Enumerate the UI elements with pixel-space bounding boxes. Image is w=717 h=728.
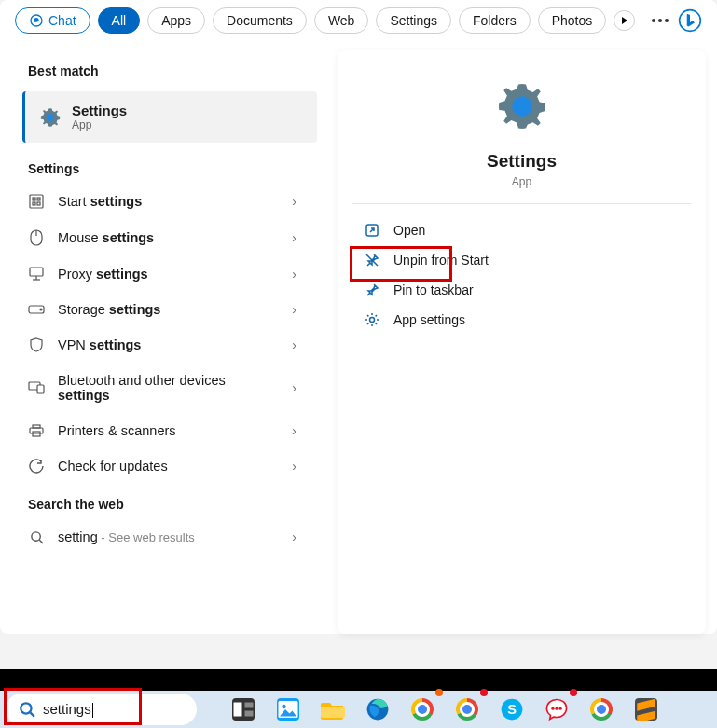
result-proxy-settings[interactable]: Proxy settings ›: [0, 256, 324, 292]
result-label: Mouse settings: [58, 230, 279, 245]
svg-point-1: [652, 19, 655, 22]
chevron-right-icon: ›: [292, 380, 296, 395]
svg-text:S: S: [507, 702, 517, 717]
filter-chat[interactable]: Chat: [15, 7, 90, 34]
more-options-button[interactable]: [650, 8, 670, 33]
filter-folders[interactable]: Folders: [459, 7, 531, 34]
bing-icon: [678, 8, 702, 33]
result-storage-settings[interactable]: Storage settings ›: [0, 292, 324, 327]
svg-point-29: [21, 703, 31, 713]
bing-button[interactable]: [678, 8, 702, 33]
preview-subtitle: App: [352, 175, 691, 188]
search-icon: [19, 701, 35, 718]
best-match-settings[interactable]: Settings App: [22, 91, 317, 143]
svg-point-42: [558, 707, 561, 710]
filter-bar: Chat All Apps Documents Web Settings Fol…: [0, 0, 717, 41]
svg-rect-36: [321, 707, 345, 718]
svg-rect-31: [234, 703, 242, 717]
svg-point-17: [40, 309, 42, 310]
action-open[interactable]: Open: [352, 215, 691, 245]
gear-icon: [364, 312, 380, 327]
taskbar-app-chrome-2[interactable]: [448, 691, 486, 728]
filter-photos-label: Photos: [552, 13, 593, 28]
action-pin-taskbar[interactable]: Pin to taskbar: [352, 275, 691, 305]
chevron-right-icon: ›: [292, 194, 296, 209]
result-bluetooth-settings[interactable]: Bluetooth and other devices settings ›: [0, 363, 324, 413]
best-match-header: Best match: [0, 50, 324, 86]
filter-more-chevron[interactable]: [614, 10, 635, 31]
result-start-settings[interactable]: Start settings ›: [0, 184, 324, 219]
result-vpn-settings[interactable]: VPN settings ›: [0, 327, 324, 363]
taskbar-app-explorer[interactable]: [314, 691, 352, 728]
svg-rect-32: [245, 703, 254, 708]
action-label: Open: [393, 223, 425, 238]
filter-folders-label: Folders: [473, 13, 517, 28]
filter-settings[interactable]: Settings: [376, 7, 451, 34]
chat-icon: [29, 13, 44, 28]
taskbar-app-taskview[interactable]: [225, 691, 262, 728]
filter-apps-label: Apps: [161, 13, 191, 28]
taskbar-app-messenger[interactable]: [538, 691, 575, 728]
taskbar-app-edge[interactable]: [359, 691, 396, 728]
filter-documents[interactable]: Documents: [213, 7, 307, 34]
search-value: settings: [43, 701, 93, 718]
chevron-right-icon: ›: [292, 337, 296, 352]
settings-header: Settings: [0, 148, 324, 184]
result-check-updates[interactable]: Check for updates ›: [0, 448, 324, 484]
preview-gear-icon: [492, 76, 552, 136]
play-icon: [620, 16, 629, 25]
svg-point-35: [282, 705, 286, 709]
best-match-title: Settings: [72, 103, 127, 118]
svg-point-28: [370, 318, 375, 323]
filter-all-label: All: [112, 13, 127, 28]
filter-web[interactable]: Web: [314, 7, 369, 34]
result-label: setting - See web results: [58, 529, 279, 544]
svg-point-40: [551, 707, 554, 710]
svg-line-30: [30, 712, 34, 717]
divider-bar: [0, 669, 717, 691]
result-printers-scanners[interactable]: Printers & scanners ›: [0, 413, 324, 448]
action-unpin-start[interactable]: Unpin from Start: [352, 245, 691, 275]
svg-point-3: [665, 19, 669, 22]
results-list: Best match Settings App Settings Start s…: [0, 50, 324, 634]
action-label: Unpin from Start: [393, 253, 489, 268]
chevron-right-icon: ›: [292, 529, 296, 544]
action-app-settings[interactable]: App settings: [352, 305, 691, 335]
svg-rect-10: [37, 202, 40, 205]
taskbar-search[interactable]: settings: [6, 694, 197, 725]
result-label: Storage settings: [58, 302, 279, 317]
result-label: Check for updates: [58, 459, 279, 474]
refresh-icon: [28, 459, 45, 474]
filter-web-label: Web: [328, 13, 355, 28]
filter-chat-label: Chat: [48, 13, 76, 28]
open-icon: [364, 223, 380, 238]
taskbar-app-photos[interactable]: [269, 691, 307, 728]
taskbar-app-skype[interactable]: S: [493, 691, 531, 728]
taskbar-app-sublime[interactable]: [627, 691, 665, 728]
printer-icon: [28, 424, 45, 437]
action-label: Pin to taskbar: [393, 282, 474, 297]
filter-apps[interactable]: Apps: [147, 7, 205, 34]
result-label: VPN settings: [58, 337, 279, 352]
pin-icon: [364, 282, 380, 297]
result-label: Bluetooth and other devices settings: [58, 373, 279, 403]
mouse-icon: [28, 229, 45, 246]
filter-photos[interactable]: Photos: [538, 7, 607, 34]
chevron-right-icon: ›: [292, 459, 296, 474]
svg-rect-21: [30, 428, 43, 433]
best-match-subtitle: App: [72, 118, 127, 131]
svg-rect-9: [33, 202, 35, 205]
taskbar-app-chrome-1[interactable]: [404, 691, 441, 728]
filter-all[interactable]: All: [98, 7, 141, 34]
proxy-icon: [28, 267, 45, 282]
storage-icon: [28, 305, 45, 314]
svg-rect-33: [245, 711, 254, 717]
taskbar-app-chrome-3[interactable]: [583, 691, 620, 728]
result-mouse-settings[interactable]: Mouse settings ›: [0, 219, 324, 256]
preview-pane: Settings App Open Unpin from Start Pin t…: [338, 50, 706, 634]
chevron-right-icon: ›: [292, 230, 296, 245]
result-web-search[interactable]: setting - See web results ›: [0, 519, 324, 555]
chevron-right-icon: ›: [292, 423, 296, 438]
settings-gear-icon: [38, 105, 62, 130]
unpin-icon: [364, 253, 380, 268]
